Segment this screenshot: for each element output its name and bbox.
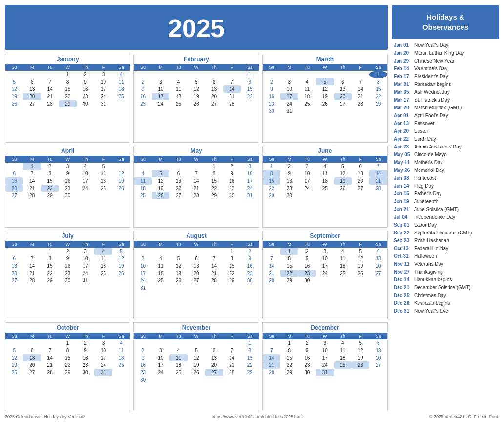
holiday-name: Kwanzaa begins (414, 300, 450, 306)
calendar-day (298, 71, 316, 78)
calendar-day: 7 (369, 163, 387, 170)
month-table: SuMTuWThFSa12345678910111213141516171819… (5, 64, 130, 107)
calendar-day: 11 (298, 85, 316, 93)
calendar-day: 1 (59, 71, 76, 78)
calendar-day (369, 192, 387, 199)
calendar-day: 14 (223, 354, 241, 361)
day-header: Tu (41, 156, 59, 163)
calendar-day: 2 (223, 163, 241, 170)
calendar-day (263, 339, 280, 347)
day-header: Su (5, 241, 23, 248)
holiday-name: Mother's Day (414, 159, 443, 166)
day-header: M (280, 156, 298, 163)
calendar-day: 31 (316, 369, 334, 376)
calendar-day: 23 (263, 100, 280, 107)
calendar-day: 10 (77, 255, 94, 262)
holiday-date: Oct 31 (394, 253, 414, 259)
month-block: JulySuMTuWThFSa1234567891011121314151617… (5, 231, 130, 319)
calendar-day (169, 163, 187, 170)
calendar-day: 13 (369, 255, 387, 262)
month-block: OctoberSuMTuWThFSa1234567891011121314151… (5, 322, 130, 411)
calendar-day: 16 (263, 93, 280, 100)
calendar-day (369, 107, 387, 115)
calendar-day: 13 (5, 262, 23, 270)
calendar-day: 12 (188, 354, 205, 361)
calendar-day: 16 (59, 177, 76, 185)
holiday-name: Flag Day (414, 183, 434, 189)
calendar-day: 26 (152, 192, 169, 199)
calendar-day: 1 (280, 248, 298, 255)
calendar-day: 5 (112, 248, 130, 255)
calendar-day: 6 (188, 255, 205, 262)
day-header: Sa (241, 241, 259, 248)
calendar-day: 24 (152, 369, 169, 376)
calendar-day: 24 (77, 185, 94, 192)
calendar-day: 8 (241, 347, 259, 354)
calendar-day (188, 284, 205, 292)
calendar-day: 25 (94, 270, 112, 277)
calendar-day: 10 (152, 85, 169, 93)
calendar-day: 18 (334, 262, 352, 270)
day-header: Su (263, 64, 280, 71)
day-header: Th (77, 333, 94, 339)
calendar-day: 15 (223, 262, 241, 270)
calendar-day: 11 (112, 78, 130, 85)
calendar-day (94, 192, 112, 199)
calendar-day: 19 (352, 262, 369, 270)
calendar-day (263, 71, 280, 78)
calendar-day: 11 (94, 170, 112, 177)
calendar-day: 14 (352, 85, 369, 93)
calendar-day: 24 (280, 100, 298, 107)
calendar-day: 18 (112, 354, 130, 361)
calendar-day (5, 339, 23, 347)
calendar-day (352, 369, 369, 376)
holiday-date: Mar 17 (394, 97, 414, 103)
calendar-day: 17 (77, 262, 94, 270)
calendar-day: 5 (334, 163, 352, 170)
calendar-day: 19 (316, 93, 334, 100)
calendar-day: 14 (263, 354, 280, 361)
calendar-day: 6 (5, 255, 23, 262)
calendar-day: 19 (5, 361, 23, 369)
calendar-day: 19 (5, 93, 23, 100)
calendar-day: 9 (298, 347, 316, 354)
calendar-day: 7 (23, 170, 41, 177)
month-block: AprilSuMTuWThFSa123456789101112131415161… (5, 146, 130, 227)
day-header: W (316, 156, 334, 163)
calendar-day: 8 (241, 78, 259, 85)
calendar-day: 13 (205, 354, 223, 361)
calendar-day: 27 (352, 185, 369, 192)
calendar-day (205, 284, 223, 292)
calendar-day: 29 (263, 192, 280, 199)
holiday-date: Feb 17 (394, 73, 414, 80)
holiday-date: Dec 21 (394, 284, 414, 291)
holiday-name: April Fool's Day (414, 112, 448, 119)
month-block: MaySuMTuWThFSa12345678910111213141516171… (133, 146, 259, 227)
calendar-day: 29 (223, 277, 241, 284)
calendar-day (152, 339, 169, 347)
holiday-item: Feb 17President's Day (392, 72, 499, 80)
day-header: F (352, 333, 369, 339)
calendar-day (152, 248, 169, 255)
calendar-day (188, 376, 205, 383)
calendar-day: 26 (188, 100, 205, 107)
calendar-day: 23 (223, 185, 241, 192)
calendar-day: 23 (59, 270, 76, 277)
calendar-day: 9 (134, 354, 151, 361)
calendar-day: 1 (241, 71, 259, 78)
calendar-day: 14 (223, 85, 241, 93)
calendar-day (316, 192, 334, 199)
calendar-day: 15 (59, 354, 76, 361)
calendar-day (112, 369, 130, 376)
holiday-date: Apr 22 (394, 136, 414, 142)
holiday-item: Jul 04Independence Day (392, 213, 499, 221)
calendar-day: 19 (334, 177, 352, 185)
calendar-day: 29 (59, 100, 76, 107)
calendar-day: 19 (152, 185, 169, 192)
calendar-day: 16 (223, 177, 241, 185)
holiday-name: Cinco de Mayo (414, 151, 447, 158)
day-header: Th (205, 241, 223, 248)
calendar-day: 1 (263, 163, 280, 170)
calendar-day: 26 (334, 185, 352, 192)
calendar-day: 6 (352, 163, 369, 170)
